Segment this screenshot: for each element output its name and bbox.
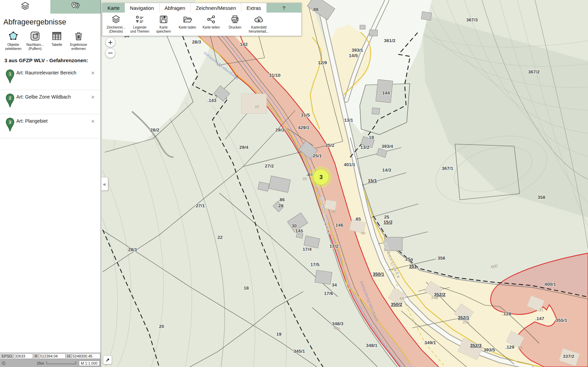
menu-tab-karte[interactable]: Karte [102,3,125,13]
r-label: R: [35,354,38,358]
parcel-label: 14/5 [349,53,358,58]
parcel-label: 401/1 [344,162,355,167]
copyright-icon[interactable]: © [2,361,5,366]
menu-panel: KarteNavigationAbfragenZeichnen/MessenEx… [102,3,302,36]
parcel-label: 18 [243,285,249,291]
parcel-label: 40 [361,231,366,235]
sidebar-tool-tabelle[interactable]: Tabelle [47,31,67,51]
parcel-label: 29/4 [239,145,249,150]
menu-tab-extras[interactable]: Extras [241,3,267,13]
download-icon [254,15,264,25]
parcel-label: 25a [405,257,413,262]
sidebar-tab-map-pins[interactable] [50,0,101,14]
parcel-label: 349/1 [424,340,436,345]
sidebar-tool-nachbars-puffern[interactable]: Nachbars...(Puffern) [25,31,45,51]
menu-tab-abfragen[interactable]: Abfragen [159,3,191,13]
result-remove-button[interactable]: × [89,93,97,101]
parcel-label: 31 [539,308,544,312]
sidebar-toolbar: ObjekteselektierenNachbars...(Puffern)Ta… [0,29,101,51]
menu-tool-zeichenrei-dienste[interactable]: Zeichenrei...(Dienste) [104,15,128,34]
parcel-label: 367/3 [466,17,478,22]
result-marker-number: 3 [319,174,322,180]
parcel-label: 34 [332,282,337,287]
tool-caption: Drucken [224,25,246,30]
epsg-input[interactable] [14,353,33,359]
svg-text:3: 3 [9,120,11,125]
parcel-label: 27/1 [196,203,205,208]
tool-caption: Kartespeichern [153,25,174,34]
parcel-label: 393/1 [352,48,363,53]
menu-toolbar: Zeichenrei...(Dienste)Legendeund ThemenK… [102,13,301,36]
sidebar-collapse-button[interactable]: « [101,177,108,191]
parcel-label: 28/1 [128,247,137,252]
parcel-label: 31/10 [269,73,281,78]
parcel-label: 17/5 [310,262,320,267]
parcel-label: 13/2 [360,145,369,150]
parcel-label: 345/1 [293,349,305,354]
results-heading: 3 aus GFZP WLV - Gefahrenzonen: [0,51,101,66]
parcel-label: .400/1 [543,282,556,287]
parcel-label: 352/3 [470,343,482,348]
h-coordinate-input[interactable] [72,353,100,359]
parcel-label: 12/9 [318,60,327,65]
table-icon [51,31,62,42]
parcel-label: 22 [217,235,222,240]
menu-tool-karte-teilen[interactable]: Karte teilen [200,15,223,34]
menu-tab-help[interactable]: ? [267,3,301,13]
scale-ratio-box[interactable]: M 1:1.000 [79,361,100,366]
parcel-label: 13/1 [344,118,353,123]
parcel-label: 348/1 [366,343,377,348]
results-list: 1Art: Raumrelevanter Bereich×2Art: Gelbe… [0,66,101,138]
sidebar-tab-layers[interactable] [0,0,50,14]
menu-tab-zeichnen-messen[interactable]: Zeichnen/Messen [191,3,241,13]
result-row-3[interactable]: 3Art: Plangebiet× [0,114,101,138]
result-row-2[interactable]: 2Art: Gelbe Zone Wildbach× [0,90,101,114]
menu-tool-drucken[interactable]: Drucken [223,15,247,34]
menu-tool-legende-und-themen[interactable]: Legendeund Themen [128,15,151,34]
parcel-label: .144 [381,90,390,95]
parcel-label: .65 [355,216,361,222]
parcel-label: 29/3 [275,127,285,133]
parcel-label: 350/2 [391,302,402,307]
result-pin-icon: 2 [5,93,15,109]
result-marker-3[interactable]: 3 [310,166,332,188]
parcel-label: 337/2 [563,354,574,359]
r-coordinate-input[interactable] [39,353,66,359]
scale-distance: 25m [37,361,44,365]
parcel-label: 28 [278,203,284,208]
fullscreen-button[interactable]: ↗ [103,355,112,364]
sidebar-tool-ergebnisse-entfernen[interactable]: Ergebnisseentfernen [69,31,88,51]
parcel-label: .129 [505,345,514,350]
menu-tab-bar: KarteNavigationAbfragenZeichnen/MessenEx… [102,3,301,13]
parcel-label: 393/4 [382,144,393,149]
zoom-out-button[interactable]: − [105,48,115,58]
menu-tool-karte-laden[interactable]: Karte laden [176,15,199,34]
result-row-1[interactable]: 1Art: Raumrelevanter Bereich× [0,66,101,90]
result-remove-button[interactable]: × [89,118,97,125]
parcel-label: 19 [276,332,281,337]
sidebar-tool-objekte-selektieren[interactable]: Objekteselektieren [3,31,23,51]
sidebar: Abfrageergebnisse ObjekteselektierenNach… [0,0,101,367]
sidebar-title: Abfrageergebnisse [0,14,101,29]
result-remove-button[interactable]: × [89,69,97,77]
select-polygon-icon [8,31,19,42]
parcel-label: 25/2 [325,143,334,148]
parcel-label: 29 [518,346,523,350]
menu-tab-navigation[interactable]: Navigation [125,3,159,13]
tool-caption: Tabelle [47,43,67,47]
menu-tool-kartenbild-herunterlad[interactable]: Kartenbildherunterlad... [247,15,270,34]
parcel-label: 367/2 [528,69,540,74]
coordinate-bar: EPSG: R: H: [0,352,101,360]
parcel-label: .88 [312,7,319,12]
parcel-label: 25a [463,320,469,324]
menu-tool-karte-speichern[interactable]: Kartespeichern [152,15,175,34]
tool-caption: Zeichenrei...(Dienste) [105,25,127,34]
result-label: Art: Raumrelevanter Bereich [16,69,90,75]
parcel-label: 28/3 [192,39,201,45]
result-label: Art: Gelbe Zone Wildbach [16,93,90,100]
zoom-in-button[interactable]: + [105,37,115,47]
parcel-label: 355/1 [556,318,567,323]
parcel-label: 358 [538,195,545,200]
layers-icon [20,1,30,12]
sidebar-tab-bar [0,0,101,14]
